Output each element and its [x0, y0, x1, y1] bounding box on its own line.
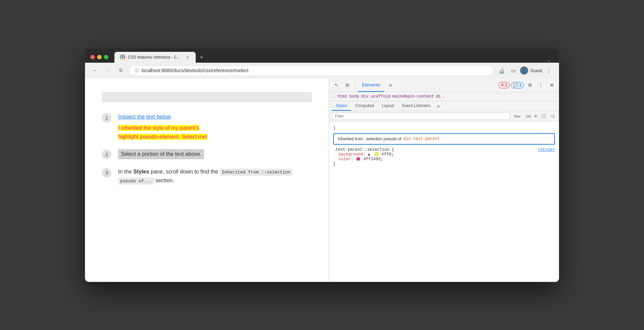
toolbar-right: 🔬 ▭ 👤 Guest ⋮	[497, 66, 554, 75]
main-area: 1 Inspect the text below. I inherited th…	[85, 79, 559, 282]
url-bar[interactable]: ⓘ localhost:8080/docs/devtools/css/refer…	[129, 65, 494, 76]
split-screen-icon[interactable]: ▭	[509, 66, 518, 75]
url-text: localhost:8080/docs/devtools/css/referen…	[142, 68, 249, 73]
list-item: 1 Inspect the text below. I inherited th…	[102, 112, 312, 141]
guest-label: Guest	[530, 68, 542, 73]
more-style-tabs[interactable]: »	[434, 101, 443, 111]
info-badge[interactable]: 💬 1	[511, 82, 524, 88]
page-top-bar	[102, 92, 312, 102]
css-rule-header: .text-parent::selection { <style>	[333, 147, 555, 152]
css-rule-footer: }	[333, 162, 555, 166]
cls-filter-button[interactable]: .cls	[524, 114, 532, 119]
highlighted-text-line1: I inherited the style of my parent'shigh…	[118, 125, 207, 140]
toggle-sidebar-button[interactable]: ◁	[549, 112, 556, 120]
breadcrumb-row: … html body div.scaffold main#main-conte…	[329, 92, 559, 101]
traffic-lights	[90, 55, 108, 59]
list-item: 3 In the Styles pane, scroll down to fin…	[102, 167, 312, 185]
menu-button[interactable]: ⋮	[544, 66, 554, 75]
new-style-rule-button[interactable]: ⬜	[539, 112, 547, 120]
tab-list-button[interactable]: ⌄	[544, 58, 554, 63]
error-count: 1	[505, 83, 507, 87]
breadcrumb-end-ellipsis[interactable]: …	[443, 94, 445, 99]
tab-layout[interactable]: Layout	[378, 101, 398, 111]
inherited-selector[interactable]: div.text-parent	[403, 137, 440, 141]
css-rule-block: .text-parent::selection { <style> backgr…	[333, 147, 555, 166]
breadcrumb-main[interactable]: main#main-content	[392, 94, 434, 99]
item-2-content: Select a portion of the text above.	[118, 149, 312, 159]
browser-window: CSS features reference - Chro… × + ⌄ ← →…	[85, 48, 559, 282]
settings-button[interactable]: ⚙	[525, 80, 535, 90]
filter-bar: :hov .cls + ⬜ ◁	[329, 111, 559, 122]
item-number-3: 3	[102, 168, 111, 178]
color-swatch[interactable]	[357, 157, 360, 161]
new-tab-button[interactable]: +	[196, 53, 207, 63]
item-number-1: 1	[102, 113, 111, 123]
device-toolbar-button[interactable]: ⧉	[343, 80, 352, 90]
breadcrumb-div-scaffold[interactable]: div.scaffold	[361, 94, 390, 99]
breadcrumb-di[interactable]: di	[436, 94, 441, 99]
devtools-close-button[interactable]: ✕	[547, 80, 556, 90]
breadcrumb-ellipsis[interactable]: …	[333, 94, 336, 99]
item-3-content: In the Styles pane, scroll down to find …	[118, 167, 312, 185]
code-snippet-1: Inherited from ::selection	[220, 169, 293, 176]
breadcrumb-body[interactable]: body	[349, 94, 359, 99]
numbered-list: 1 Inspect the text below. I inherited th…	[102, 112, 312, 185]
info-count: 1	[519, 83, 521, 87]
address-bar: ← → ↻ ⓘ localhost:8080/docs/devtools/css…	[85, 63, 559, 79]
guest-profile-button[interactable]: 👤 Guest	[520, 66, 542, 75]
filter-input[interactable]	[332, 112, 510, 120]
tab-event-listeners[interactable]: Event Listeners	[398, 101, 434, 111]
tab-close-button[interactable]: ×	[185, 55, 190, 60]
expand-triangle[interactable]	[368, 153, 370, 156]
css-source-link[interactable]: <style>	[538, 147, 555, 152]
styles-content: } Inherited from ::selection pseudo of d…	[329, 122, 559, 282]
guest-avatar: 👤	[520, 66, 528, 75]
tab-bar: CSS features reference - Chro… × + ⌄	[114, 52, 554, 63]
css-selector: .text-parent::selection {	[333, 147, 394, 152]
title-bar: CSS features reference - Chro… × + ⌄	[85, 48, 559, 63]
item-number-2: 2	[102, 150, 111, 159]
devtools-toolbar: ↖ ⧉ Elements » ✕ 1 💬 1 ⚙ ⋮ ✕	[329, 79, 559, 92]
maximize-traffic-light[interactable]	[104, 55, 108, 59]
info-icon: 💬	[513, 83, 518, 87]
code-snippet-2: pseudo of...	[118, 178, 154, 185]
chrome-icon	[120, 55, 125, 60]
security-icon: ⓘ	[135, 68, 139, 74]
tab-title: CSS features reference - Chro…	[128, 55, 182, 60]
error-badge[interactable]: ✕ 1	[498, 82, 510, 88]
tab-elements[interactable]: Elements	[358, 78, 384, 92]
opening-brace: }	[333, 126, 555, 130]
forward-button[interactable]: →	[103, 66, 113, 75]
tab-computed[interactable]: Computed	[351, 101, 378, 111]
minimize-traffic-light[interactable]	[97, 55, 102, 59]
active-tab[interactable]: CSS features reference - Chro… ×	[114, 52, 196, 63]
background-color-swatch[interactable]	[375, 152, 378, 156]
item-1-content: Inspect the text below. I inherited the …	[118, 112, 312, 141]
inherited-text: Inherited from ::selection pseudo of	[338, 137, 401, 141]
css-property-background: background: #ff0;	[333, 152, 555, 157]
back-button[interactable]: ←	[90, 66, 100, 75]
reload-button[interactable]: ↻	[116, 66, 126, 75]
page-content: 1 Inspect the text below. I inherited th…	[85, 79, 329, 282]
devtools-more-button[interactable]: ⋮	[536, 80, 545, 90]
close-traffic-light[interactable]	[90, 55, 95, 59]
item-1-text: Inspect the text below.	[118, 112, 312, 121]
error-icon: ✕	[501, 83, 504, 87]
inspect-link[interactable]: Inspect the text below	[118, 114, 170, 120]
hov-filter-button[interactable]: :hov	[512, 114, 522, 119]
breadcrumb-html[interactable]: html	[338, 94, 347, 99]
inherited-banner: Inherited from ::selection pseudo of div…	[333, 133, 555, 145]
labs-icon[interactable]: 🔬	[497, 66, 507, 75]
styles-tabs-bar: Styles Computed Layout Event Listeners »	[329, 101, 559, 111]
color-value: #ff1493	[364, 157, 381, 162]
tab-styles[interactable]: Styles	[332, 101, 351, 111]
more-tabs-button[interactable]: »	[386, 80, 395, 90]
highlighted-block: I inherited the style of my parent'shigh…	[118, 124, 312, 141]
inspect-element-button[interactable]: ↖	[332, 80, 341, 90]
background-value: #ff0	[382, 152, 391, 157]
add-rule-button[interactable]: +	[534, 113, 537, 119]
devtools-panel: ↖ ⧉ Elements » ✕ 1 💬 1 ⚙ ⋮ ✕	[329, 79, 559, 282]
css-property-color: color: #ff1493;	[333, 157, 555, 162]
list-item: 2 Select a portion of the text above.	[102, 149, 312, 159]
toolbar-separator	[355, 82, 355, 88]
